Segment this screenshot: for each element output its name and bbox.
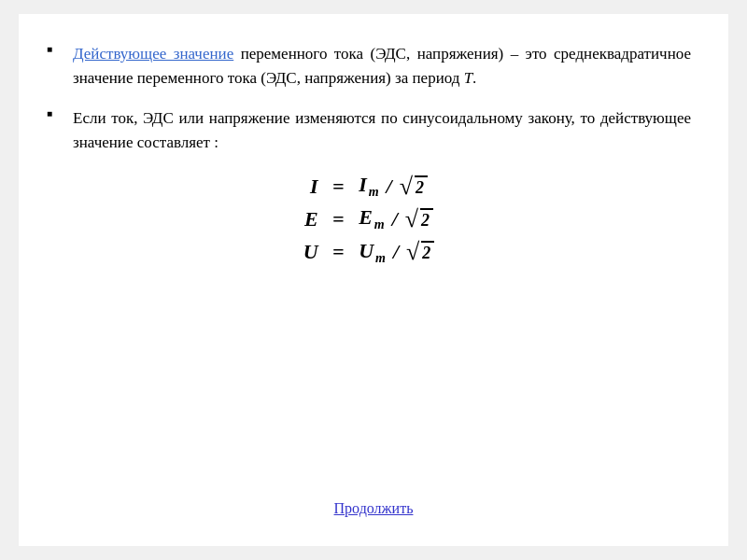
bullet-icon-2: ■ [47, 108, 65, 119]
formula-3-sqrt: √2 [406, 240, 434, 264]
bullet-text-1: Действующее значение переменного тока (Э… [73, 42, 691, 90]
sqrt-radicand-3: 2 [421, 241, 434, 263]
sqrt-symbol-2: √ [405, 207, 420, 231]
formula-3-left: U [303, 240, 320, 264]
bullet-icon-1: ■ [47, 44, 65, 54]
formula-3-equals: = [326, 240, 354, 264]
continue-link-container[interactable]: Продолжить [334, 499, 414, 518]
bullet-text-2: Если ток, ЭДС или напряжение изменяются … [73, 106, 691, 154]
highlight-text: Действующее значение [73, 45, 233, 63]
sqrt-radicand-1: 2 [415, 175, 428, 198]
bullet-item-1: ■ Действующее значение переменного тока … [47, 42, 691, 90]
formula-3-right-var: Um [359, 239, 388, 266]
sqrt-radicand-2: 2 [420, 208, 433, 231]
formula-3-slash: / [393, 240, 401, 264]
formula-2-equals: = [326, 207, 354, 231]
formula-1-sqrt: √2 [400, 175, 428, 199]
formula-2-slash: / [392, 207, 400, 231]
formula-2-sqrt: √2 [405, 207, 433, 231]
sqrt-symbol-3: √ [406, 240, 421, 264]
formula-line-3: U = Um / √2 [303, 239, 435, 266]
page: ■ Действующее значение переменного тока … [0, 0, 747, 560]
formula-1-left: I [310, 175, 320, 199]
period-end: . [472, 69, 476, 87]
formula-2-left: E [304, 207, 320, 231]
formula-2-right-var: Em [359, 205, 387, 232]
formula-1-equals: = [326, 175, 354, 199]
formula-1-right-var: Im [359, 173, 380, 200]
slide: ■ Действующее значение переменного тока … [19, 14, 728, 546]
formula-1-slash: / [387, 175, 394, 199]
sqrt-symbol-1: √ [400, 175, 415, 199]
formula-line-1: I = Im / √2 [310, 173, 428, 200]
formulas-container: I = Im / √2 E = Em / √2 U = [47, 173, 691, 266]
continue-link[interactable]: Продолжить [334, 500, 414, 516]
bullet-list: ■ Действующее значение переменного тока … [47, 42, 691, 154]
period-var: T [464, 69, 472, 87]
formula-line-2: E = Em / √2 [304, 205, 433, 232]
bullet-item-2: ■ Если ток, ЭДС или напряжение изменяютс… [47, 106, 691, 154]
